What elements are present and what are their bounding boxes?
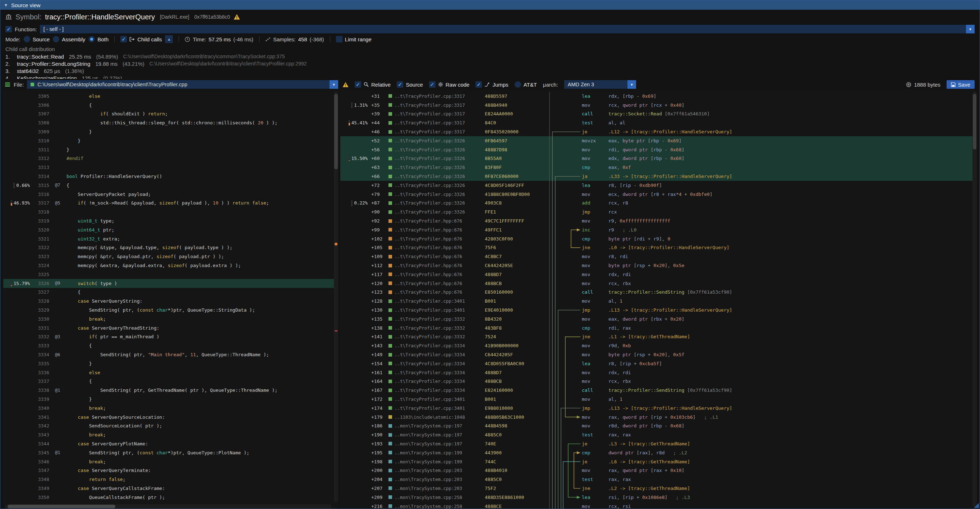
asm-row[interactable]: +99..t\TracyProfiler.hpp:67649FFC1incr9 … bbox=[340, 225, 977, 234]
source-line[interactable]: 3332@3 if( ptr == m_mainThread ) bbox=[3, 332, 338, 342]
asm-row[interactable]: +72..t\TracyProfiler.cpp:33264C8D05F146F… bbox=[340, 181, 977, 190]
asm-row[interactable]: +161..t\TracyProfiler.cpp:3334488BD7movr… bbox=[340, 368, 977, 377]
source-line[interactable]: 3328 case ServerQueryString: bbox=[3, 297, 338, 305]
asm-row[interactable]: +216..mon\TracySystem.cpp:258488BCEmovrc… bbox=[340, 502, 977, 509]
asm-row[interactable]: +63..t\TracyProfiler.cpp:332683F80Fcmpea… bbox=[340, 163, 977, 172]
source-line[interactable]: 46.93%3317@5 if( !m_sock->Read( &payload… bbox=[3, 199, 338, 208]
source-line[interactable]: 3310 } bbox=[3, 136, 338, 145]
file-combo[interactable]: C:\Users\wolf\Desktop\darkrl\contrib\tra… bbox=[27, 80, 338, 89]
source-line[interactable]: 3333 { bbox=[3, 341, 338, 350]
source-line[interactable]: 3336 else bbox=[3, 368, 338, 377]
child-calls-toggle[interactable]: Child calls bbox=[120, 36, 162, 43]
chevron-down-icon[interactable]: ▼ bbox=[329, 80, 338, 89]
asm-row[interactable]: +179..1103\include\atomic:1048488B05B63C… bbox=[340, 413, 977, 422]
source-line[interactable]: 3320 uint64_t ptr; bbox=[3, 225, 338, 234]
asm-row[interactable]: +66..t\TracyProfiler.cpp:33260F87CE06000… bbox=[340, 172, 977, 181]
source-line[interactable]: 3347 case ServerQueryTerminate: bbox=[3, 466, 338, 475]
source-line[interactable]: 3325 bbox=[3, 270, 338, 279]
parent-frame-button[interactable]: ▲ bbox=[165, 35, 173, 43]
asm-row[interactable]: +200..mon\TracySystem.cpp:203488B4010mov… bbox=[340, 466, 977, 475]
source-toggle[interactable]: Source bbox=[397, 81, 423, 88]
source-line[interactable]: 3344 case ServerQueryPlotName: bbox=[3, 439, 338, 448]
asm-row[interactable]: 1.31%+35..t\TracyProfiler.cpp:3317488B49… bbox=[340, 101, 977, 110]
asm-row[interactable]: +186..mon\TracySystem.cpp:197448B4598mov… bbox=[340, 421, 977, 430]
att-radio[interactable] bbox=[515, 81, 521, 88]
asm-row[interactable]: +174..t\TracyProfiler.cpp:3401E9B8010000… bbox=[340, 404, 977, 413]
relative-checkbox[interactable] bbox=[355, 81, 361, 88]
source-line[interactable]: 3345@1 SendString( ptr, (const char*)ptr… bbox=[3, 448, 338, 457]
asm-row[interactable]: +141..t\TracyProfiler.cpp:33327524jne.L1… bbox=[340, 332, 977, 342]
source-vertical-scrollbar[interactable] bbox=[334, 92, 338, 502]
source-line[interactable]: 3321 uint32_t extra; bbox=[3, 234, 338, 243]
asm-row[interactable]: +56..t\TracyProfiler.cpp:3326488B7D98mov… bbox=[340, 145, 977, 154]
asm-row[interactable]: +46..t\TracyProfiler.cpp:33170F843502000… bbox=[340, 127, 977, 136]
source-line[interactable]: 3339 } bbox=[3, 395, 338, 404]
resize-grip[interactable] bbox=[974, 503, 979, 508]
jumps-checkbox[interactable] bbox=[476, 81, 482, 88]
source-line[interactable]: 3348 return false; bbox=[3, 475, 338, 484]
asm-row[interactable]: +198..mon\TracySystem.cpp:199744Cje.L6 -… bbox=[340, 457, 977, 466]
chevron-down-icon[interactable]: ▼ bbox=[627, 80, 636, 89]
asm-row[interactable]: +154..t\TracyProfiler.cpp:33344C8D055FBA… bbox=[340, 359, 977, 368]
asm-row[interactable]: +164..t\TracyProfiler.cpp:3334488BCBmovr… bbox=[340, 377, 977, 386]
source-checkbox[interactable] bbox=[397, 81, 403, 88]
radio-assembly[interactable]: Assembly bbox=[53, 36, 85, 43]
source-line[interactable]: 3308 std::this_thread::sleep_for( std::c… bbox=[3, 118, 338, 127]
source-line[interactable]: 3318 bbox=[3, 207, 338, 216]
source-line[interactable]: 3324 memcpy( &extra, &payload.extra, siz… bbox=[3, 261, 338, 270]
source-line[interactable]: 3340 break; bbox=[3, 404, 338, 413]
asm-row[interactable]: +149..t\TracyProfiler.cpp:3334C64424205F… bbox=[340, 350, 977, 359]
asm-row[interactable]: +204..mon\TracySystem.cpp:2034885C0testr… bbox=[340, 475, 977, 484]
source-line[interactable]: 3306 { bbox=[3, 101, 338, 110]
radio-both[interactable]: Both bbox=[88, 36, 108, 43]
raw-code-toggle[interactable]: Raw code bbox=[429, 81, 470, 88]
function-combo[interactable]: [ - self - ] ▼ bbox=[40, 25, 975, 33]
asm-row[interactable]: +105..t\TracyProfiler.hpp:67675F6jne.L0 … bbox=[340, 243, 977, 252]
source-line[interactable]: 15.79%3326@9 switch( type ) bbox=[3, 279, 338, 288]
source-line[interactable]: 3313 bbox=[3, 163, 338, 172]
source-line[interactable]: 3312#endif bbox=[3, 154, 338, 163]
source-line[interactable]: 3350 QueueCallstackFrame( ptr ); bbox=[3, 493, 338, 502]
relative-toggle[interactable]: Relative bbox=[355, 81, 391, 88]
asm-row[interactable]: +112..t\TracyProfiler.hpp:676C64424205Em… bbox=[340, 261, 977, 270]
radio-source-circle[interactable] bbox=[24, 36, 30, 43]
asm-row[interactable]: +117..t\TracyProfiler.hpp:676488BD7movrd… bbox=[340, 270, 977, 279]
source-line[interactable]: 3322 memcpy( &type, &payload.type, sizeo… bbox=[3, 243, 338, 252]
source-line[interactable]: 3337 { bbox=[3, 377, 338, 386]
source-line[interactable]: 3316 ServerQueryPacket payload; bbox=[3, 190, 338, 199]
source-line[interactable]: 3323 memcpy( &ptr, &payload.ptr, sizeof(… bbox=[3, 252, 338, 261]
asm-row[interactable]: 0.22%+87..t\TracyProfiler.cpp:33264903C8… bbox=[340, 199, 977, 208]
source-line[interactable]: 3327 { bbox=[3, 288, 338, 297]
radio-assembly-circle[interactable] bbox=[53, 36, 59, 43]
source-line[interactable]: 0.66%3315@7{ bbox=[3, 181, 338, 190]
uarch-combo[interactable]: AMD Zen 3 ▼ bbox=[564, 80, 636, 89]
scrollbar-thumb[interactable] bbox=[8, 505, 115, 508]
raw-code-checkbox[interactable] bbox=[429, 81, 436, 88]
source-line[interactable]: 3319 uint8_t type; bbox=[3, 216, 338, 225]
radio-both-circle[interactable] bbox=[88, 36, 95, 43]
source-line[interactable]: 3346 break; bbox=[3, 457, 338, 466]
save-button[interactable]: Save bbox=[947, 80, 975, 89]
asm-row[interactable]: +92..t\TracyProfiler.hpp:67649C7C1FFFFFF… bbox=[340, 216, 977, 225]
asm-row[interactable]: +39..t\TracyProfiler.cpp:3317E824AA0000c… bbox=[340, 110, 977, 119]
asm-row[interactable]: +90..t\TracyProfiler.cpp:3326FFE1jmprcx bbox=[340, 207, 977, 216]
function-checkbox[interactable] bbox=[5, 26, 12, 32]
source-line[interactable]: 3329 SendString( ptr, (const char*)ptr, … bbox=[3, 305, 338, 315]
child-call-item[interactable]: 3. stat64i32 625 μs (1.36%) bbox=[5, 67, 975, 75]
asm-row[interactable]: +120..t\TracyProfiler.hpp:676488BCBmovrc… bbox=[340, 279, 977, 288]
asm-row[interactable]: +123..t\TracyProfiler.hpp:676E850160000c… bbox=[340, 288, 977, 297]
limit-range-toggle[interactable]: Limit range bbox=[336, 36, 372, 43]
att-toggle[interactable]: AT&T bbox=[515, 81, 537, 88]
source-line[interactable]: 3309 } bbox=[3, 127, 338, 136]
asm-row[interactable]: +167..t\TracyProfiler.cpp:3334E824160000… bbox=[340, 386, 977, 395]
asm-row[interactable]: +135..t\TracyProfiler.cpp:33328B4320move… bbox=[340, 315, 977, 323]
asm-row[interactable]: +207..mon\TracySystem.cpp:20375F2jne.L2 … bbox=[340, 484, 977, 493]
asm-row[interactable]: 45.41%+44..t\TracyProfiler.cpp:331784C0t… bbox=[340, 118, 977, 127]
child-call-item[interactable]: 4. KeSynchronizeExecution 125 μs (0.27%) bbox=[5, 75, 975, 79]
source-line[interactable]: 3341 case ServerQuerySourceLocation: bbox=[3, 413, 338, 422]
source-line[interactable]: 3335 } bbox=[3, 359, 338, 368]
child-call-item[interactable]: 1. tracy::Socket::Read 25.25 ms (54.89%)… bbox=[5, 53, 975, 60]
asm-row[interactable]: +130..t\TracyProfiler.cpp:3401E9E4010000… bbox=[340, 305, 977, 315]
file-list-icon[interactable] bbox=[5, 82, 10, 87]
asm-row[interactable]: +193..mon\TracySystem.cpp:197740Eje.L3 -… bbox=[340, 439, 977, 448]
